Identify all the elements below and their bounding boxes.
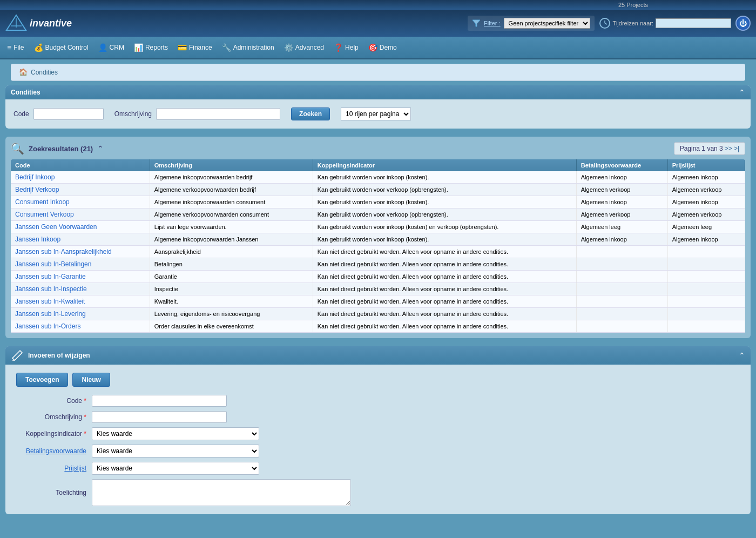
code-link[interactable]: Janssen sub In-Levering bbox=[15, 310, 86, 318]
travel-label: Tijdreizen naar: bbox=[613, 20, 653, 26]
entry-koppelingsindicator-row: Koppelingsindicator Kies waarde bbox=[16, 427, 740, 440]
cell-code[interactable]: Janssen sub In-Aansprakelijkheid bbox=[11, 246, 150, 258]
help-icon: ❓ bbox=[334, 43, 343, 52]
cell-code[interactable]: Consument Verkoop bbox=[11, 209, 150, 221]
code-link[interactable]: Janssen sub In-Inspectie bbox=[15, 285, 87, 293]
entry-prijslijst-select[interactable]: Kies waarde bbox=[92, 462, 259, 475]
cell-prijslijst bbox=[667, 246, 745, 258]
col-header-prijslijst: Prijslijst bbox=[667, 159, 745, 171]
cell-omschrijving: Order clausules in elke overeenkomst bbox=[150, 320, 313, 333]
cell-omschrijving: Algemene verkoopvoorwaarden consument bbox=[150, 209, 313, 221]
cell-koppelingsindicator: Kan niet direct gebruikt worden. Alleen … bbox=[313, 258, 576, 271]
cell-code[interactable]: Janssen sub In-Garantie bbox=[11, 271, 150, 283]
search-button[interactable]: Zoeken bbox=[291, 107, 330, 120]
code-link[interactable]: Janssen sub In-Garantie bbox=[15, 273, 86, 280]
cell-code[interactable]: Bedrijf Inkoop bbox=[11, 171, 150, 184]
cell-prijslijst bbox=[667, 258, 745, 271]
omschrijving-label: Omschrijving bbox=[114, 110, 152, 118]
table-row[interactable]: Janssen sub In-Betalingen Betalingen Kan… bbox=[11, 258, 745, 271]
entry-toelichting-textarea[interactable] bbox=[92, 479, 351, 506]
cell-koppelingsindicator: Kan niet direct gebruikt worden. Alleen … bbox=[313, 320, 576, 333]
nav-item-demo[interactable]: 🎯 Demo bbox=[364, 40, 401, 55]
pagination-last[interactable]: >| bbox=[734, 145, 739, 152]
nav-item-reports[interactable]: 📊 Reports bbox=[130, 40, 172, 55]
cell-betalingsvoorwaarde: Algemeen inkoop bbox=[576, 171, 667, 184]
cell-code[interactable]: Janssen sub In-Levering bbox=[11, 308, 150, 320]
table-row[interactable]: Janssen sub In-Aansprakelijkheid Aanspra… bbox=[11, 246, 745, 258]
cell-code[interactable]: Janssen sub In-Betalingen bbox=[11, 258, 150, 271]
table-row[interactable]: Janssen Geen Voorwaarden Lijst van lege … bbox=[11, 221, 745, 233]
top-info-bar: 25 Projects bbox=[0, 0, 756, 10]
code-link[interactable]: Janssen sub In-Betalingen bbox=[15, 260, 91, 268]
code-link[interactable]: Bedrijf Inkoop bbox=[15, 173, 55, 181]
action-buttons: Toevoegen Nieuw bbox=[16, 373, 740, 387]
pagination-next[interactable]: >> bbox=[725, 145, 732, 152]
code-link[interactable]: Janssen Inkoop bbox=[15, 236, 60, 243]
table-row[interactable]: Janssen sub In-Kwaliteit Kwaliteit. Kan … bbox=[11, 295, 745, 308]
table-row[interactable]: Bedrijf Verkoop Algemene verkoopvoorwaar… bbox=[11, 184, 745, 196]
entry-betalingsvoorwaarde-select[interactable]: Kies waarde bbox=[92, 445, 259, 458]
code-input[interactable] bbox=[33, 108, 104, 120]
filter-label[interactable]: Filter : bbox=[484, 20, 501, 26]
code-link[interactable]: Consument Verkoop bbox=[15, 211, 74, 218]
search-panel-collapse[interactable]: ⌃ bbox=[739, 88, 745, 97]
table-header: Code Omschrijving Koppelingsindicator Be… bbox=[11, 159, 745, 171]
cell-code[interactable]: Janssen Geen Voorwaarden bbox=[11, 221, 150, 233]
cell-code[interactable]: Bedrijf Verkoop bbox=[11, 184, 150, 196]
code-link[interactable]: Janssen sub In-Orders bbox=[15, 322, 80, 330]
table-row[interactable]: Consument Verkoop Algemene verkoopvoorwa… bbox=[11, 209, 745, 221]
code-link[interactable]: Janssen sub In-Kwaliteit bbox=[15, 298, 85, 305]
budget-icon: 💰 bbox=[34, 43, 43, 52]
add-button[interactable]: Toevoegen bbox=[16, 373, 68, 387]
table-row[interactable]: Janssen sub In-Inspectie Inspectie Kan n… bbox=[11, 283, 745, 295]
code-link[interactable]: Consument Inkoop bbox=[15, 198, 70, 206]
pagination-info: Pagina 1 van 3 >> >| bbox=[674, 142, 745, 155]
table-row[interactable]: Janssen sub In-Garantie Garantie Kan nie… bbox=[11, 271, 745, 283]
power-button[interactable]: ⏻ bbox=[735, 16, 751, 31]
top-right-controls: Filter : Geen projectspecifiek filter Ti… bbox=[468, 16, 751, 31]
travel-input[interactable] bbox=[656, 18, 731, 28]
cell-prijslijst bbox=[667, 271, 745, 283]
nav-item-crm[interactable]: 👤 CRM bbox=[94, 40, 129, 55]
results-table: Code Omschrijving Koppelingsindicator Be… bbox=[11, 159, 745, 333]
cell-code[interactable]: Janssen sub In-Inspectie bbox=[11, 283, 150, 295]
table-body: Bedrijf Inkoop Algemene inkoopvoorwaarde… bbox=[11, 171, 745, 333]
omschrijving-field: Omschrijving bbox=[114, 108, 280, 120]
prijslijst-link[interactable]: Prijslijst bbox=[64, 465, 86, 472]
betalingsvoorwaarde-link[interactable]: Betalingsvoorwaarde bbox=[26, 447, 86, 455]
cell-betalingsvoorwaarde bbox=[576, 246, 667, 258]
table-row[interactable]: Janssen Inkoop Algemene inkoopvoorwaarde… bbox=[11, 233, 745, 246]
nav-item-finance[interactable]: 💳 Finance bbox=[173, 40, 217, 55]
entry-omschrijving-input[interactable] bbox=[92, 411, 227, 423]
table-row[interactable]: Bedrijf Inkoop Algemene inkoopvoorwaarde… bbox=[11, 171, 745, 184]
code-link[interactable]: Bedrijf Verkoop bbox=[15, 186, 59, 193]
cell-code[interactable]: Janssen sub In-Orders bbox=[11, 320, 150, 333]
entry-koppelingsindicator-select[interactable]: Kies waarde bbox=[92, 427, 259, 440]
table-row[interactable]: Janssen sub In-Levering Levering, eigend… bbox=[11, 308, 745, 320]
nav-item-advanced[interactable]: ⚙️ Advanced bbox=[280, 40, 328, 55]
nav-item-help[interactable]: ❓ Help bbox=[329, 40, 363, 55]
rows-per-page-select[interactable]: 10 rijen per pagina 25 rijen per pagina … bbox=[341, 107, 411, 120]
cell-code[interactable]: Janssen Inkoop bbox=[11, 233, 150, 246]
code-link[interactable]: Janssen sub In-Aansprakelijkheid bbox=[15, 248, 112, 255]
table-row[interactable]: Janssen sub In-Orders Order clausules in… bbox=[11, 320, 745, 333]
nav-item-administration[interactable]: 🔧 Administration bbox=[218, 40, 279, 55]
filter-select[interactable]: Geen projectspecifiek filter bbox=[504, 18, 590, 29]
new-button[interactable]: Nieuw bbox=[72, 373, 110, 387]
cell-betalingsvoorwaarde bbox=[576, 295, 667, 308]
collapse-results-icon[interactable]: ⌃ bbox=[97, 144, 104, 153]
table-row[interactable]: Consument Inkoop Algemene inkoopvoorwaar… bbox=[11, 196, 745, 209]
omschrijving-input[interactable] bbox=[156, 108, 280, 120]
cell-code[interactable]: Consument Inkoop bbox=[11, 196, 150, 209]
cell-code[interactable]: Janssen sub In-Kwaliteit bbox=[11, 295, 150, 308]
nav-label-help: Help bbox=[345, 44, 359, 51]
entry-panel-collapse[interactable]: ⌃ bbox=[739, 351, 745, 360]
reports-icon: 📊 bbox=[134, 43, 143, 52]
code-link[interactable]: Janssen Geen Voorwaarden bbox=[15, 223, 97, 231]
nav-item-budget[interactable]: 💰 Budget Control bbox=[30, 40, 93, 55]
cell-omschrijving: Algemene inkoopvoorwaarden consument bbox=[150, 196, 313, 209]
entry-panel: Invoeren of wijzigen ⌃ Toevoegen Nieuw C… bbox=[5, 346, 751, 514]
demo-icon: 🎯 bbox=[368, 43, 377, 52]
nav-item-file[interactable]: ≡ File bbox=[3, 40, 29, 55]
entry-code-input[interactable] bbox=[92, 395, 227, 407]
